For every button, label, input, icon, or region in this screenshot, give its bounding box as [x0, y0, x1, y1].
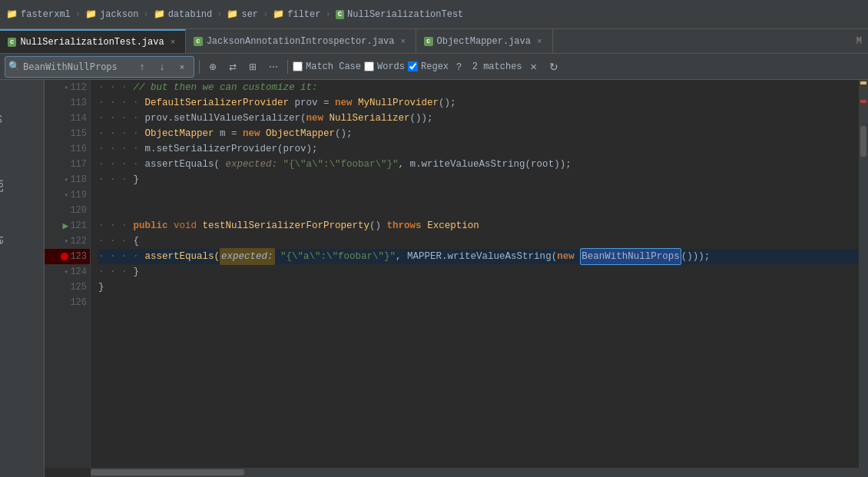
- code-line-125: }: [98, 280, 859, 295]
- dots-112: · · ·: [98, 80, 128, 95]
- code-line-115: · · · · ObjectMapper m = new ObjectMappe…: [98, 126, 859, 141]
- regex-help-button[interactable]: ?: [452, 58, 466, 75]
- tab-close-2[interactable]: ×: [399, 36, 409, 47]
- search-close-button[interactable]: ×: [525, 58, 542, 75]
- match-case-label: Match Case: [306, 61, 361, 72]
- match-case-checkbox[interactable]: [293, 61, 303, 71]
- scroll-thumb[interactable]: [860, 126, 866, 157]
- line-num-116: 116: [45, 141, 90, 157]
- code-line-116: · · · · m.setSerializerProvider(prov);: [98, 141, 859, 157]
- search-input-wrap: 🔍 ↑ ↓ ×: [5, 56, 194, 78]
- code-line-124: · · · }: [98, 264, 859, 280]
- code-line-121: · · · public void testNullSerializerForP…: [98, 218, 859, 234]
- code-lines[interactable]: · · · // but then we can customize it: ·…: [91, 80, 859, 468]
- h-scroll-thumb[interactable]: [91, 469, 244, 475]
- breadcrumb-sep2: ›: [143, 9, 148, 20]
- code-line-120: [98, 203, 859, 218]
- right-scrollbar[interactable]: [859, 80, 868, 468]
- breadcrumb-toolbar: 📁 fasterxml › 📁 jackson › 📁 databind › 📁…: [0, 0, 868, 29]
- fold-icon-119: ▾: [64, 190, 68, 200]
- breadcrumb-ser[interactable]: ser: [241, 9, 258, 20]
- regex-checkbox-label[interactable]: Regex: [408, 61, 449, 72]
- dots-121: · · ·: [98, 218, 128, 234]
- search-find-button[interactable]: ⊕: [204, 58, 221, 75]
- line-gutter: ▾ 112 113 114 115 116 117 ▾: [45, 80, 91, 468]
- breadcrumb-fasterxml[interactable]: fasterxml: [21, 9, 71, 20]
- search-prev-button[interactable]: ↑: [134, 58, 151, 75]
- tab-close-1[interactable]: ×: [168, 37, 178, 48]
- search-filter-button[interactable]: ⊞: [244, 58, 261, 75]
- line-num-120: 120: [45, 203, 90, 218]
- words-checkbox[interactable]: [364, 61, 374, 71]
- breadcrumb-sep5: ›: [325, 9, 330, 20]
- dots-122: · · ·: [98, 234, 128, 249]
- left-panel-text-tegy: tegy: [0, 113, 2, 135]
- code-line-113: · · · · DefaultSerializerProvider prov =…: [98, 95, 859, 111]
- class-icon-nullserialization: C: [336, 10, 344, 19]
- tab-close-3[interactable]: ×: [535, 36, 545, 47]
- fold-icon-118: ▾: [64, 175, 68, 184]
- tab-more-label: M: [856, 36, 862, 47]
- line-num-121: ▶ 121: [45, 218, 90, 234]
- breadcrumb-databind[interactable]: databind: [168, 9, 213, 20]
- words-checkbox-label[interactable]: Words: [364, 61, 405, 72]
- code-line-117: · · · · assertEquals( expected: "{\"a\":…: [98, 157, 859, 172]
- folder-icon-filter: 📁: [273, 8, 284, 20]
- dots-123: · · · ·: [98, 249, 139, 264]
- line-num-124: ▾ 124: [45, 264, 90, 280]
- match-case-checkbox-label[interactable]: Match Case: [293, 61, 361, 72]
- search-divider2: [287, 60, 288, 74]
- dots-118: · · ·: [98, 172, 128, 187]
- line-num-114: 114: [45, 111, 90, 126]
- code-line-119: [98, 187, 859, 203]
- folder-icon-jackson: 📁: [85, 8, 97, 20]
- line-num-122: ▾ 122: [45, 234, 90, 249]
- dots-113: · · · ·: [98, 95, 139, 111]
- words-label: Words: [377, 61, 405, 72]
- folder-icon-fasterxml: 📁: [6, 8, 18, 20]
- breadcrumb-filter[interactable]: filter: [287, 9, 320, 20]
- dots-124: · · ·: [98, 264, 128, 280]
- left-panel-text-tor: tor: [0, 177, 6, 194]
- search-bar: 🔍 ↑ ↓ × ⊕ ⇄ ⊞ ⋯ Match Case Words Regex ?…: [0, 54, 868, 80]
- breadcrumb-nullserialization[interactable]: NullSerializationTest: [347, 9, 463, 20]
- breakpoint-dot-123: [61, 253, 68, 260]
- search-refresh-button[interactable]: ↻: [545, 58, 562, 75]
- line-num-112: ▾ 112: [45, 80, 90, 95]
- code-line-126: [98, 295, 859, 310]
- fold-icon-112: ▾: [64, 83, 68, 92]
- param-hint-123: expected:: [220, 248, 275, 265]
- tab-nullserialization[interactable]: c NullSerializationTest.java ×: [0, 29, 186, 53]
- tab-jacksonannotation[interactable]: c JacksonAnnotationIntrospector.java ×: [186, 29, 416, 53]
- search-clear-button[interactable]: ×: [174, 58, 190, 75]
- main-layout: tegy tor er ▾ 112 113 114 1: [0, 80, 868, 477]
- fold-icon-124: ▾: [64, 267, 68, 277]
- highlight-match-selected: BeanWithNullProps: [580, 248, 681, 265]
- regex-checkbox[interactable]: [408, 61, 418, 71]
- regex-label: Regex: [421, 61, 449, 72]
- code-editor[interactable]: ▾ 112 113 114 115 116 117 ▾: [45, 80, 868, 477]
- dots-117: · · · ·: [98, 157, 139, 172]
- tab-class-icon-3: c: [424, 37, 432, 46]
- tab-objectmapper[interactable]: c ObjectMapper.java ×: [416, 29, 552, 53]
- tab-label-3: ObjectMapper.java: [437, 36, 531, 47]
- search-input[interactable]: [23, 61, 131, 72]
- breadcrumb-sep: ›: [75, 9, 81, 20]
- search-replace-button[interactable]: ⇄: [224, 58, 241, 75]
- search-next-button[interactable]: ↓: [154, 58, 171, 75]
- code-line-112: · · · // but then we can customize it:: [98, 80, 859, 95]
- tab-more[interactable]: M: [850, 29, 868, 53]
- horizontal-scrollbar[interactable]: [91, 468, 868, 477]
- dots-116: · · · ·: [98, 141, 139, 157]
- line-num-115: 115: [45, 126, 90, 141]
- line-num-126: 126: [45, 295, 90, 310]
- breadcrumb-sep3: ›: [217, 9, 222, 20]
- code-line-114: · · · · prov.setNullValueSerializer( new…: [98, 111, 859, 126]
- line-num-119: ▾ 119: [45, 187, 90, 203]
- tab-class-icon-1: c: [8, 38, 16, 47]
- matches-count: 2 matches: [472, 61, 522, 72]
- breadcrumb-jackson[interactable]: jackson: [100, 9, 138, 20]
- search-options-button[interactable]: ⋯: [264, 58, 283, 75]
- tab-label-1: NullSerializationTest.java: [20, 37, 164, 48]
- content-area: ▾ 112 113 114 115 116 117 ▾: [45, 80, 868, 477]
